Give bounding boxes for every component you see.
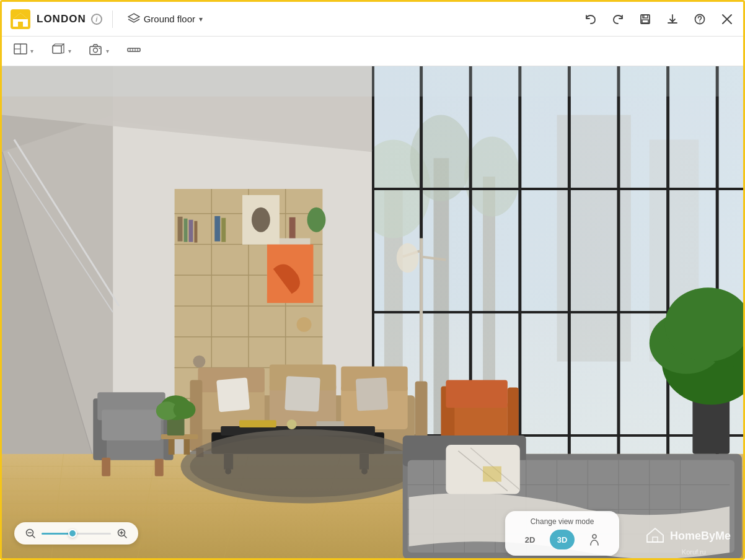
svg-rect-99 bbox=[188, 220, 193, 242]
svg-line-188 bbox=[32, 535, 35, 538]
svg-rect-149 bbox=[102, 409, 161, 440]
floor-label: Ground floor bbox=[144, 14, 195, 24]
zoom-slider-thumb[interactable] bbox=[68, 529, 77, 538]
view-person-button[interactable] bbox=[582, 530, 607, 549]
view-mode-control: Change view mode 2D 3D bbox=[505, 511, 619, 556]
svg-rect-131 bbox=[356, 377, 388, 411]
svg-rect-98 bbox=[184, 219, 188, 242]
svg-rect-138 bbox=[239, 420, 276, 427]
svg-rect-148 bbox=[155, 459, 164, 476]
svg-point-108 bbox=[307, 208, 326, 232]
svg-point-105 bbox=[297, 317, 312, 332]
zoom-in-button[interactable] bbox=[116, 527, 128, 540]
svg-point-16 bbox=[99, 48, 100, 49]
svg-rect-13 bbox=[53, 46, 61, 53]
svg-rect-151 bbox=[169, 439, 175, 455]
save-button[interactable] bbox=[637, 11, 654, 28]
viewport[interactable]: Change view mode 2D 3D bbox=[2, 66, 743, 558]
zoom-slider[interactable] bbox=[42, 533, 111, 535]
view-2d-button[interactable]: 2D bbox=[518, 530, 542, 549]
svg-rect-130 bbox=[284, 376, 320, 412]
view-mode-label: Change view mode bbox=[531, 517, 594, 526]
svg-point-142 bbox=[190, 435, 418, 497]
svg-rect-97 bbox=[178, 217, 183, 242]
svg-rect-152 bbox=[184, 439, 190, 455]
header-bar: LONDON i Ground floor ▾ bbox=[2, 2, 743, 37]
camera-chevron: ▾ bbox=[106, 48, 109, 55]
floor-selector[interactable]: Ground floor ▾ bbox=[123, 11, 208, 28]
layers-icon bbox=[128, 13, 140, 25]
svg-rect-4 bbox=[642, 20, 648, 23]
svg-point-15 bbox=[94, 48, 98, 53]
floor-plan-chevron: ▾ bbox=[30, 48, 33, 55]
zoom-control bbox=[14, 522, 138, 545]
view-mode-buttons: 2D 3D bbox=[518, 530, 607, 549]
svg-point-112 bbox=[252, 208, 270, 232]
camera-icon bbox=[89, 43, 104, 59]
koruf-watermark: Koruf.ru bbox=[682, 548, 706, 556]
app-title: LONDON bbox=[37, 13, 86, 25]
svg-rect-17 bbox=[128, 48, 140, 51]
svg-point-194 bbox=[593, 535, 596, 538]
svg-point-106 bbox=[193, 356, 205, 368]
redo-button[interactable] bbox=[609, 11, 627, 28]
svg-rect-147 bbox=[102, 458, 110, 476]
view-3d-button[interactable]: 3D bbox=[550, 530, 575, 549]
zoom-out-button[interactable] bbox=[24, 527, 37, 540]
header-divider bbox=[112, 11, 113, 28]
toolbar: ▾ ▾ ▾ bbox=[2, 37, 743, 66]
floor-plan-button[interactable]: ▾ bbox=[9, 40, 37, 62]
floor-plan-icon bbox=[13, 43, 28, 59]
svg-rect-160 bbox=[446, 380, 508, 408]
measure-button[interactable] bbox=[123, 40, 145, 62]
svg-rect-140 bbox=[316, 421, 344, 426]
svg-rect-3 bbox=[643, 15, 648, 18]
svg-point-139 bbox=[287, 419, 297, 429]
svg-marker-186 bbox=[2, 66, 743, 97]
header-left: LONDON i Ground floor ▾ bbox=[9, 8, 208, 30]
chevron-down-icon: ▾ bbox=[199, 15, 203, 24]
app-logo bbox=[9, 8, 32, 30]
svg-point-156 bbox=[174, 400, 196, 419]
svg-rect-102 bbox=[221, 218, 226, 242]
room-scene bbox=[2, 66, 743, 558]
svg-rect-129 bbox=[216, 377, 250, 412]
svg-rect-104 bbox=[289, 217, 296, 242]
svg-rect-101 bbox=[214, 216, 220, 242]
download-button[interactable] bbox=[664, 11, 681, 28]
camera-button[interactable]: ▾ bbox=[85, 40, 113, 62]
3d-view-icon bbox=[51, 43, 66, 59]
app-container: LONDON i Ground floor ▾ bbox=[0, 0, 745, 560]
close-button[interactable] bbox=[718, 11, 736, 28]
svg-point-7 bbox=[699, 21, 700, 22]
svg-point-117 bbox=[397, 243, 419, 273]
undo-button[interactable] bbox=[582, 11, 599, 28]
svg-rect-179 bbox=[483, 466, 501, 482]
header-right bbox=[582, 11, 736, 28]
3d-view-button[interactable]: ▾ bbox=[47, 40, 75, 62]
svg-rect-100 bbox=[194, 221, 197, 243]
3d-view-chevron: ▾ bbox=[68, 48, 71, 55]
svg-line-191 bbox=[124, 535, 126, 538]
svg-rect-1 bbox=[18, 22, 23, 27]
help-button[interactable] bbox=[691, 11, 708, 28]
info-icon[interactable]: i bbox=[91, 14, 102, 25]
measure-icon bbox=[126, 43, 141, 59]
